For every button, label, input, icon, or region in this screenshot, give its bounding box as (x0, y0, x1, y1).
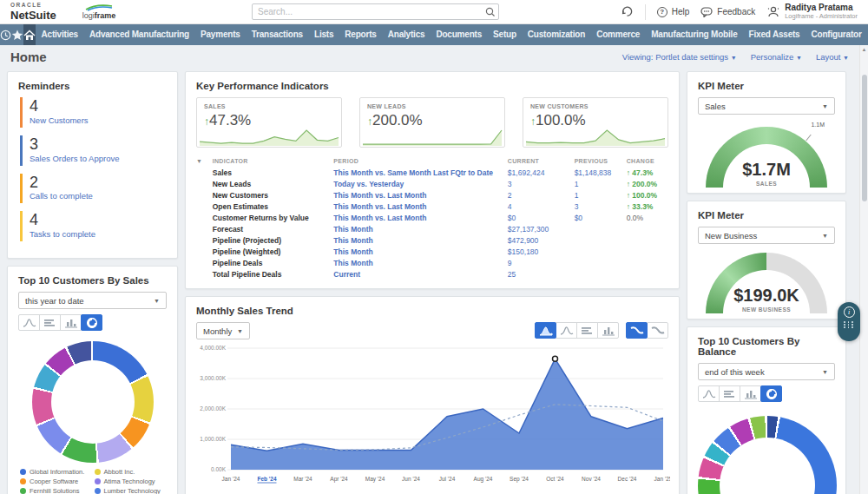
user-menu[interactable]: Raditya Pratama Logiframe - Administrato… (766, 3, 858, 20)
line-chart-icon[interactable] (18, 314, 40, 331)
column-chart-icon[interactable] (597, 322, 619, 339)
column-header[interactable]: PERIOD (333, 156, 508, 167)
assistant-widget[interactable]: i (838, 302, 860, 341)
indicator-current[interactable]: $27,137,300 (508, 223, 575, 234)
area-chart-icon[interactable] (535, 322, 556, 339)
legend-item[interactable]: Lumber Technology (95, 487, 166, 494)
indicator-previous[interactable] (575, 268, 627, 280)
column-header[interactable]: CHANGE (627, 156, 668, 167)
moving-average-on-icon[interactable] (626, 322, 648, 339)
reminder-item[interactable]: 3Sales Orders to Approve (20, 135, 167, 166)
nav-item-transactions[interactable]: Transactions (246, 24, 308, 45)
logiframe-logo[interactable]: logiframe (82, 3, 116, 20)
indicator-name[interactable]: Pipeline (Projected) (213, 234, 334, 246)
kpi-card-new-customers[interactable]: NEW CUSTOMERS↑100.0% (523, 97, 668, 148)
indicator-period[interactable]: This Month (333, 246, 508, 257)
nav-item-configurator[interactable]: Configurator (806, 24, 867, 45)
sales-donut-chart[interactable] (32, 341, 154, 463)
indicator-name[interactable]: Sales (213, 167, 334, 178)
legend-item[interactable]: Abbott Inc. (95, 468, 166, 476)
balance-donut-chart[interactable] (698, 416, 837, 494)
indicator-name[interactable]: Total Pipeline Deals (213, 268, 334, 280)
kpi-card-new-leads[interactable]: NEW LEADS↑200.0% (359, 97, 505, 148)
indicator-previous[interactable]: 3 (575, 201, 627, 212)
indicator-current[interactable]: 25 (508, 268, 575, 280)
nav-item-reports[interactable]: Reports (339, 24, 382, 45)
scroll-up-icon[interactable]: ▲ (860, 47, 868, 52)
nav-item-documents[interactable]: Documents (431, 24, 488, 45)
hbar-chart-icon[interactable] (719, 385, 740, 402)
indicator-name[interactable]: Open Estimates (213, 201, 334, 212)
indicator-period[interactable]: This Month vs. Last Month (333, 212, 508, 223)
home-icon[interactable] (23, 24, 36, 45)
line-chart-icon[interactable] (556, 322, 577, 339)
viewing-settings-menu[interactable]: Viewing: Portlet date settings ▼ (622, 52, 737, 62)
legend-item[interactable]: Atima Technology (95, 478, 166, 485)
reminder-item[interactable]: 4Tasks to complete (20, 211, 167, 241)
indicator-name[interactable]: New Leads (213, 178, 334, 189)
indicator-period[interactable]: This Month (333, 234, 508, 246)
column-header[interactable]: PREVIOUS (575, 156, 627, 167)
nav-item-customization[interactable]: Customization (522, 24, 590, 45)
indicator-name[interactable]: Pipeline (Weighted) (213, 246, 334, 257)
nav-item-payments[interactable]: Payments (195, 24, 247, 45)
indicator-current[interactable]: 9 (508, 257, 575, 268)
legend-item[interactable]: Fernhill Solutions (20, 487, 91, 494)
indicator-previous[interactable]: $1,148,838 (575, 167, 627, 178)
nav-item-setup[interactable]: Setup (488, 24, 523, 45)
indicator-current[interactable]: 2 (508, 189, 575, 201)
page-scrollbar[interactable]: ▲ (859, 45, 868, 494)
kpi-card-sales[interactable]: SALES↑47.3% (196, 97, 342, 148)
sales-gauge[interactable]: $1.7M SALES 0 1.7M 1.1M (701, 127, 832, 194)
sales-trend-chart[interactable]: 4,000.00K3,000.00K2,000.00K1,000.00K0.00… (196, 339, 670, 494)
indicator-period[interactable]: This Month (333, 257, 508, 268)
reminder-item[interactable]: 2Calls to complete (20, 174, 167, 204)
hbar-chart-icon[interactable] (576, 322, 598, 339)
table-menu-icon[interactable]: ▼ (196, 158, 202, 164)
indicator-previous[interactable] (575, 246, 627, 257)
indicator-period[interactable]: Today vs. Yesterday (333, 178, 508, 189)
indicator-name[interactable]: Pipeline Deals (213, 257, 334, 268)
nav-item-manufacturing-mobile[interactable]: Manufacturing Mobile (646, 24, 743, 45)
indicator-previous[interactable]: 1 (575, 189, 627, 201)
indicator-current[interactable]: $150,180 (508, 246, 575, 257)
apps-grid-icon[interactable] (844, 321, 854, 328)
line-chart-icon[interactable] (698, 385, 720, 402)
search-icon[interactable] (483, 6, 498, 17)
balance-range-select[interactable]: end of this week▼ (698, 363, 835, 380)
global-search[interactable] (252, 3, 499, 20)
indicator-period[interactable]: This Month vs. Last Month (333, 189, 508, 201)
column-chart-icon[interactable] (740, 385, 761, 402)
legend-item[interactable]: Cooper Software (20, 478, 91, 485)
nav-item-fixed-assets[interactable]: Fixed Assets (743, 24, 806, 45)
nav-item-lists[interactable]: Lists (308, 24, 339, 45)
scrollbar-thumb[interactable] (862, 75, 867, 201)
indicator-period[interactable]: This Month vs. Last Month (333, 201, 508, 212)
personalize-menu[interactable]: Personalize ▼ (751, 52, 802, 62)
indicator-name[interactable]: Forecast (213, 223, 334, 234)
indicator-current[interactable]: $472,900 (508, 234, 575, 246)
top-sales-range-select[interactable]: this year to date▼ (18, 292, 167, 309)
indicator-current[interactable]: $0 (508, 212, 575, 223)
column-header[interactable]: CURRENT (508, 156, 575, 167)
meter1-select[interactable]: Sales▼ (698, 97, 835, 115)
column-chart-icon[interactable] (60, 314, 82, 331)
legend-item[interactable]: Global Information. (20, 468, 91, 476)
meter2-select[interactable]: New Business▼ (698, 227, 835, 244)
indicator-previous[interactable] (575, 234, 627, 246)
reminder-label[interactable]: Tasks to complete (30, 229, 167, 239)
info-icon[interactable]: i (844, 306, 855, 318)
nav-item-activities[interactable]: Activities (36, 24, 83, 45)
reminder-label[interactable]: Calls to complete (30, 191, 167, 201)
help-button[interactable]: ? Help (657, 7, 690, 17)
indicator-name[interactable]: New Customers (213, 189, 334, 201)
column-header[interactable]: INDICATOR (213, 156, 334, 167)
indicator-previous[interactable]: 1 (575, 178, 627, 189)
notifications-icon[interactable] (621, 5, 634, 18)
layout-menu[interactable]: Layout ▼ (816, 52, 849, 62)
donut-chart-icon[interactable] (760, 385, 782, 402)
reminder-label[interactable]: New Customers (30, 115, 167, 125)
indicator-current[interactable]: 3 (508, 178, 575, 189)
donut-chart-icon[interactable] (81, 314, 102, 331)
indicator-period[interactable]: This Month (333, 223, 508, 234)
